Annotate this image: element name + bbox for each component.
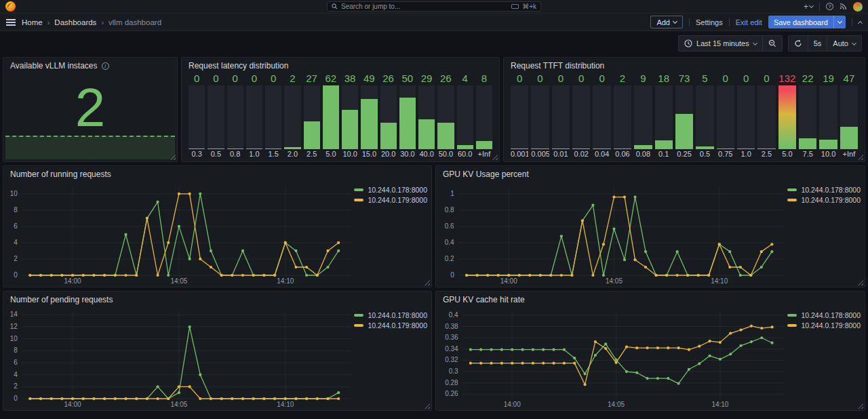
bar-track [208, 85, 224, 149]
svg-text:14:00: 14:00 [504, 401, 521, 408]
bar-value: 73 [675, 72, 693, 85]
info-icon[interactable]: i [102, 62, 109, 70]
bar-cell: 00.04 [593, 72, 610, 159]
series-line [471, 326, 772, 384]
menu-hamburger-icon[interactable] [6, 19, 16, 26]
save-dashboard-dropdown[interactable] [833, 16, 846, 28]
time-range-picker[interactable]: Last 15 minutes [679, 36, 762, 51]
bar-fill [246, 148, 262, 150]
help-icon[interactable]: ? [826, 3, 833, 10]
bar-cell: 2650.0 [437, 72, 454, 159]
legend: 10.244.0.178:800010.244.0.179:8000 [354, 180, 427, 285]
bar-fill [757, 148, 775, 150]
panel-title[interactable]: Request latency distribution [189, 61, 288, 71]
breadcrumb-dashboards[interactable]: Dashboards [54, 18, 96, 26]
bar-fill [778, 85, 796, 149]
panel-request-latency: Request latency distribution 00.300.500.… [181, 57, 500, 162]
bar-fill [380, 123, 397, 149]
bar-fill [189, 148, 205, 150]
legend-item[interactable]: 10.244.0.178:8000 [787, 186, 861, 194]
add-button[interactable]: Add [650, 16, 683, 28]
bar-track [593, 85, 610, 149]
bar-label: 20.0 [380, 149, 397, 159]
panel-title[interactable]: GPU KV cache hit rate [443, 295, 525, 304]
bar-gauge: 00.00100.00500.0100.0200.0420.0690.08180… [504, 72, 865, 161]
bar-fill [457, 145, 473, 149]
bar-value: 0 [757, 72, 775, 85]
bar-track [840, 85, 858, 149]
bar-label: 0.3 [189, 149, 205, 159]
legend-series-label: 10.244.0.178:8000 [368, 311, 427, 319]
grafana-logo-icon[interactable] [5, 1, 16, 12]
legend-series-label: 10.244.0.179:8000 [368, 321, 427, 330]
legend-item[interactable]: 10.244.0.179:8000 [354, 321, 427, 330]
svg-text:12: 12 [10, 323, 18, 330]
legend-item[interactable]: 10.244.0.178:8000 [354, 186, 427, 194]
bar-track [696, 85, 713, 149]
bar-track [323, 85, 339, 149]
bar-track [819, 85, 837, 149]
zoom-out-button[interactable] [763, 36, 782, 51]
panel-title[interactable]: GPU KV Usage percent [443, 169, 529, 179]
svg-text:0.32: 0.32 [445, 356, 458, 363]
svg-text:0.3: 0.3 [449, 367, 458, 375]
legend-item[interactable]: 10.244.0.179:8000 [354, 196, 427, 204]
refresh-button[interactable] [789, 36, 808, 51]
legend-item[interactable]: 10.244.0.178:8000 [787, 311, 861, 319]
save-dashboard-button[interactable]: Save dashboard [768, 16, 846, 28]
svg-text:0.4: 0.4 [449, 311, 458, 319]
legend-item[interactable]: 10.244.0.179:8000 [787, 321, 861, 330]
bar-cell: 47+Inf [840, 72, 858, 159]
bar-cell: 01.0 [246, 72, 262, 159]
panel-title[interactable]: Number of running requests [10, 169, 111, 179]
series-line [467, 197, 772, 275]
svg-text:0.26: 0.26 [445, 390, 458, 397]
bar-track [342, 85, 358, 149]
panel-title[interactable]: Number of pending requests [10, 295, 113, 304]
bar-track [572, 85, 590, 149]
panel-title[interactable]: Request TTFT distribution [511, 61, 604, 71]
bar-value: 5 [696, 72, 713, 85]
search-input[interactable]: Search or jump to... ⌘+k [327, 1, 541, 12]
news-rss-icon[interactable] [840, 3, 847, 10]
bar-track [757, 85, 775, 149]
panel-available-instances: Available vLLM instaces i 2 [3, 57, 178, 162]
bar-label: 7.5 [799, 149, 816, 159]
panel-title[interactable]: Available vLLM instaces [10, 61, 98, 71]
bar-cell: 272.5 [304, 72, 320, 159]
series-line [467, 197, 772, 275]
svg-text:8: 8 [14, 346, 18, 354]
breadcrumb-home[interactable]: Home [22, 18, 43, 26]
bar-track [614, 85, 631, 149]
time-series-plot: 14:0014:0514:1000.20.40.60.81 [440, 180, 787, 285]
bar-track [437, 85, 454, 149]
bar-value: 27 [304, 72, 320, 85]
svg-text:1: 1 [450, 190, 454, 197]
user-avatar[interactable] [853, 2, 863, 12]
bar-label: 0.04 [593, 149, 610, 159]
breadcrumb: Home › Dashboards › vllm dashboard [22, 18, 161, 26]
refresh-interval-label[interactable]: 5s [808, 36, 827, 51]
legend-series-label: 10.244.0.178:8000 [801, 186, 861, 194]
bar-value: 132 [778, 72, 796, 85]
legend-item[interactable]: 10.244.0.178:8000 [354, 311, 427, 319]
legend-series-color [787, 199, 797, 201]
legend-series-color [354, 199, 363, 201]
settings-button[interactable]: Settings [696, 18, 723, 26]
legend-item[interactable]: 10.244.0.179:8000 [787, 196, 861, 204]
svg-text:0.38: 0.38 [445, 323, 458, 330]
bar-value: 0 [511, 72, 528, 85]
bar-fill [552, 148, 570, 150]
collapse-toolbar-icon[interactable] [858, 20, 863, 25]
exit-edit-button[interactable]: Exit edit [736, 18, 762, 26]
auto-refresh-picker[interactable]: Auto [827, 36, 861, 51]
svg-text:0.8: 0.8 [445, 206, 454, 214]
bar-label: 5.0 [323, 149, 339, 159]
search-shortcut: ⌘+k [522, 3, 536, 10]
bar-track [778, 85, 796, 149]
bar-fill [418, 119, 435, 149]
add-menu-button[interactable]: + [804, 3, 813, 11]
svg-text:10: 10 [10, 190, 18, 197]
bar-fill [511, 148, 528, 150]
bar-track [717, 85, 734, 149]
